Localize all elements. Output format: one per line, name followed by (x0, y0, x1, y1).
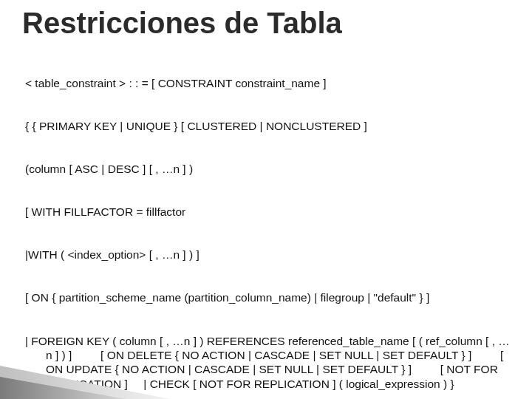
syntax-line: |WITH ( <index_option> [ , …n ] ) ] (25, 248, 510, 262)
syntax-line: { { PRIMARY KEY | UNIQUE } [ CLUSTERED |… (25, 119, 510, 133)
syntax-line: (column [ ASC | DESC ] [ , …n ] ) (25, 162, 510, 176)
corner-wedge-decoration (0, 358, 170, 399)
syntax-line: < table_constraint > : : = [ CONSTRAINT … (25, 76, 510, 90)
body-text: < table_constraint > : : = [ CONSTRAINT … (22, 47, 510, 399)
page-title: Restricciones de Tabla (22, 7, 510, 38)
syntax-line: [ ON { partition_scheme_name (partition_… (25, 290, 510, 304)
slide: Restricciones de Tabla < table_constrain… (0, 0, 532, 399)
syntax-line: [ WITH FILLFACTOR = fillfactor (25, 205, 510, 219)
